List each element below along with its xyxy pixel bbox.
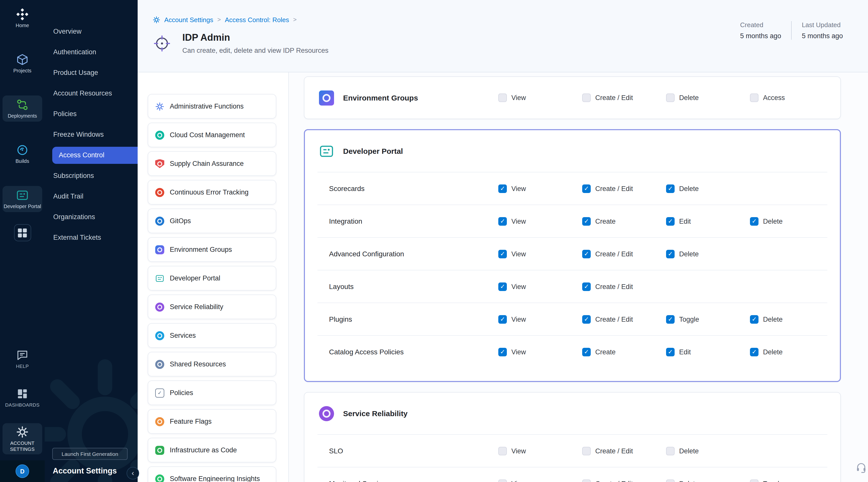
rail-item-builds[interactable]: Builds [2,141,42,167]
checkbox-create[interactable]: ✓ [582,348,591,356]
checkbox-create-edit[interactable] [582,479,591,482]
rail-item-developer-portal[interactable]: Developer Portal [2,186,42,212]
resource-card-software-engineering-insights[interactable]: Software Engineering Insights [148,466,276,482]
sidebar-item-organizations[interactable]: Organizations [45,207,137,227]
permission-cell: Create / Edit [582,447,666,455]
sidebar-item-external-tickets[interactable]: External Tickets [45,227,137,248]
resource-card-service-reliability[interactable]: Service Reliability [148,295,276,319]
permission-cell: ✓View [498,249,582,258]
resource-card-feature-flags[interactable]: Feature Flags [148,409,276,434]
resource-card-gitops[interactable]: GitOps [148,209,276,233]
resource-card-administrative-functions[interactable]: Administrative Functions [148,94,276,119]
rail-item-deployments[interactable]: Deployments [2,95,42,122]
sidebar-collapse-button[interactable] [127,467,139,480]
checkbox-view[interactable] [498,93,507,102]
checkbox-create-edit[interactable] [582,93,591,102]
sidebar-item-overview[interactable]: Overview [45,21,137,42]
checkbox-delete[interactable]: ✓ [666,249,675,258]
checkbox-label: Delete [679,250,699,258]
checkbox-view[interactable] [498,447,507,455]
app-root: HomeProjectsDeploymentsBuildsDeveloper P… [0,0,868,482]
section-header: Developer Portal [317,130,827,172]
sidebar-item-freeze-windows[interactable]: Freeze Windows [45,124,137,145]
rail-item-label: Home [16,22,29,28]
support-headset-button[interactable] [856,461,867,473]
sidebar-item-authentication[interactable]: Authentication [45,42,137,62]
sidebar-item-audit-trail[interactable]: Audit Trail [45,186,137,207]
resource-card-continuous-error-tracking[interactable]: Continuous Error Tracking [148,180,276,205]
checkbox-view[interactable]: ✓ [498,184,507,193]
checkbox-edit[interactable]: ✓ [666,348,675,356]
breadcrumb-link-access-control-roles[interactable]: Access Control: Roles [225,16,289,23]
checkbox-delete[interactable]: ✓ [666,184,675,193]
checkbox-create-edit[interactable]: ✓ [582,249,591,258]
checkbox-create-edit[interactable]: ✓ [582,184,591,193]
checkbox-delete[interactable]: ✓ [750,217,758,225]
checkbox-label: Create / Edit [595,250,633,258]
checkbox-delete[interactable]: ✓ [750,315,758,324]
permission-cell: ✓Create [582,348,666,356]
checkbox-label: Edit [679,348,691,356]
resource-card-supply-chain-assurance[interactable]: Supply Chain Assurance [148,151,276,176]
rail-item-account-settings[interactable]: ACCOUNT SETTINGS [2,423,42,454]
checkbox-view[interactable]: ✓ [498,249,507,258]
checkbox-delete[interactable]: ✓ [750,348,758,356]
rail-item-dashboards[interactable]: DASHBOARDS [2,385,42,411]
permission-cell: View [498,447,582,455]
resource-card-shared-resources[interactable]: Shared Resources [148,352,276,376]
checkbox-delete[interactable] [666,479,675,482]
permission-row: Advanced Configuration✓View✓Create / Edi… [317,237,827,270]
resource-card-label: Environment Groups [170,246,232,253]
breadcrumb-link-account-settings[interactable]: Account Settings [164,16,213,23]
checkbox-view[interactable]: ✓ [498,315,507,324]
sidebar-item-policies[interactable]: Policies [45,103,137,124]
resource-card-infrastructure-as-code[interactable]: Infrastructure as Code [148,438,276,462]
resource-card-developer-portal[interactable]: Developer Portal [148,266,276,291]
checkbox-delete[interactable] [666,447,675,455]
permission-cell: Delete [666,93,750,102]
section-title: Service Reliability [343,409,408,418]
checkbox-view[interactable] [498,479,507,482]
permission-row: Catalog Access Policies✓View✓Create✓Edit… [317,335,827,368]
checkbox-view[interactable]: ✓ [498,217,507,225]
user-avatar[interactable]: D [16,464,29,478]
checkbox-create[interactable]: ✓ [582,217,591,225]
sidebar-footer: Launch First Generation Account Settings [45,448,137,482]
checkbox-view[interactable]: ✓ [498,348,507,356]
checkbox-edit[interactable]: ✓ [666,217,675,225]
sidebar-item-access-control[interactable]: Access Control [52,147,137,163]
permission-cell: ✓Edit [666,348,750,356]
resource-card-label: Continuous Error Tracking [170,188,249,196]
section-header: Service Reliability [317,393,827,434]
checkbox-delete[interactable] [666,93,675,102]
resource-card-services[interactable]: Services [148,323,276,348]
checkbox-create-edit[interactable]: ✓ [582,315,591,324]
sidebar-item-account-resources[interactable]: Account Resources [45,83,137,103]
checkbox-view[interactable]: ✓ [498,282,507,291]
resource-group-list: Administrative FunctionsCloud Cost Manag… [137,72,289,482]
service-reliability-icon [319,406,334,421]
module-picker-button[interactable] [14,224,31,241]
checkbox-label: Create / Edit [595,94,633,101]
rail-item-home[interactable]: Home [2,5,42,31]
checkbox-access[interactable] [750,93,758,102]
service-reliability-icon [155,302,164,311]
resource-card-environment-groups[interactable]: Environment Groups [148,237,276,262]
checkbox-create-edit[interactable] [582,447,591,455]
dashboards-icon [16,388,29,400]
rail-item-projects[interactable]: Projects [2,50,42,77]
checkbox-toggle[interactable] [750,479,758,482]
sidebar-item-product-usage[interactable]: Product Usage [45,62,137,83]
launch-first-generation-button[interactable]: Launch First Generation [52,448,128,460]
resource-card-cloud-cost-management[interactable]: Cloud Cost Management [148,123,276,147]
meta-block-created: Created5 months ago [740,21,781,40]
rail-item-help[interactable]: HELP [2,347,42,372]
checkbox-create-edit[interactable]: ✓ [582,282,591,291]
sidebar-item-subscriptions[interactable]: Subscriptions [45,165,137,186]
checkbox-toggle[interactable]: ✓ [666,315,675,324]
checkbox-label: Delete [763,315,783,323]
breadcrumb-gear-icon [153,16,160,23]
permission-cell: Access [750,93,834,102]
resource-card-policies[interactable]: Policies [148,381,276,405]
permission-cell: ✓Edit [666,217,750,225]
